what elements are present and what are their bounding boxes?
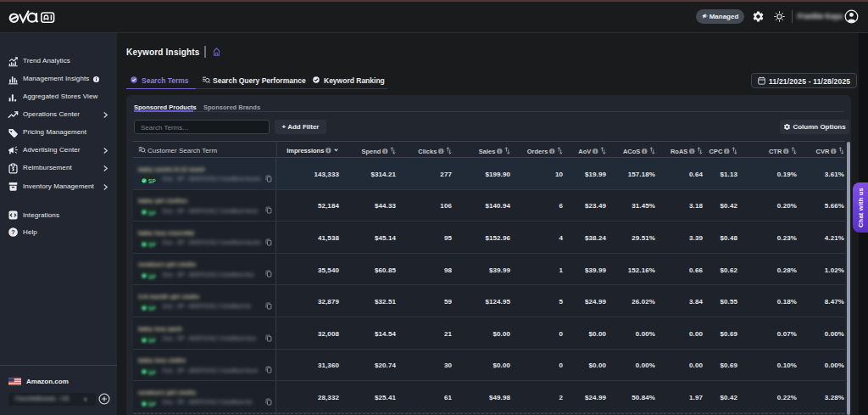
svg-text:?: ? bbox=[11, 228, 15, 236]
